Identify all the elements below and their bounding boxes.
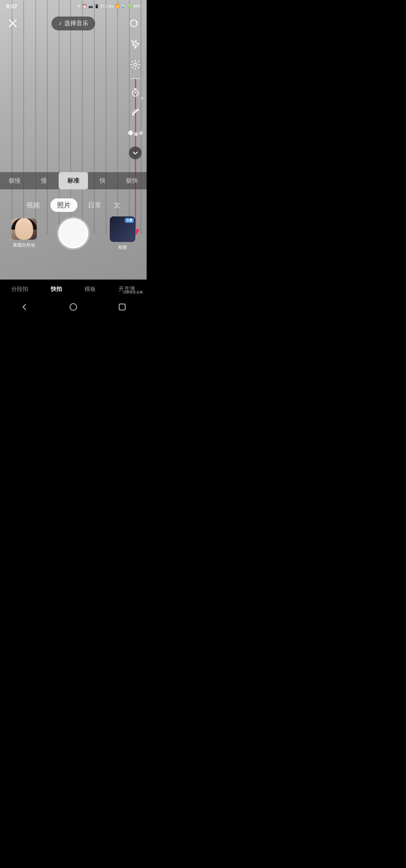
nav-segment-shoot[interactable]: 分段拍 [8,283,31,295]
magic-button[interactable] [129,106,142,119]
nav-template[interactable]: 模板 [82,283,99,295]
right-sidebar: 3 [129,38,142,159]
sidebar-divider [130,78,141,79]
speed-selector: 极慢 慢 标准 快 极快 [0,172,147,189]
back-button[interactable] [13,300,36,316]
signal-icon: 📡 [121,4,126,8]
music-select-button[interactable]: ♪ 选择音乐 [52,17,95,30]
music-label: 选择音乐 [64,20,88,27]
settings-button[interactable] [129,58,142,71]
beauty-dots [128,130,143,136]
eye-icon: 👁 [77,4,81,8]
speed-very-fast[interactable]: 极快 [117,172,147,189]
top-bar: ♪ 选择音乐 [0,12,147,35]
nav-quick-shoot[interactable]: 快拍 [48,283,65,295]
timer-button[interactable]: 3 [129,86,142,99]
wifi-icon: 📶 [115,4,120,8]
camera-icon: 📷 [88,4,93,8]
album-image: 主播 [110,216,135,242]
filter-thumbnail[interactable]: 素颜自然妆 [11,218,37,248]
mode-video[interactable]: 视频 [25,198,41,212]
vibrate-icon: 📳 [94,4,99,8]
shutter-button[interactable] [58,218,88,248]
speed-text: 87.1 k/s [100,4,114,8]
speed-slow[interactable]: 慢 [29,172,59,189]
home-button[interactable] [62,300,85,316]
album-thumbnail[interactable]: 主播 相册 [110,216,135,251]
flip-camera-button[interactable] [127,17,141,30]
recents-button[interactable] [111,300,134,316]
speed-fast[interactable]: 快 [88,172,117,189]
mode-daily[interactable]: 日常 [86,198,103,212]
filter-image [11,218,37,240]
timer-badge: 3 [141,96,143,100]
mode-selector: 视频 照片 日常 文 [0,198,147,212]
music-icon: ♪ [58,20,61,27]
bottom-controls: 素颜自然妆 主播 相册 [0,213,147,254]
mode-text[interactable]: 文 [112,198,122,212]
svg-rect-8 [119,304,125,310]
flash-button[interactable] [129,38,142,51]
filter-label: 素颜自然妆 [13,242,35,248]
watermark: 贝斯特安卓网 [120,289,145,296]
status-bar: 9:37 👁 ⏰ 📷 📳 87.1 k/s 📶 📡 🔋 48% [0,0,147,12]
battery-icon: 🔋 [127,4,132,8]
speed-normal[interactable]: 标准 [59,172,88,189]
mode-photo[interactable]: 照片 [50,198,77,212]
status-icons: 👁 ⏰ 📷 📳 87.1 k/s 📶 📡 🔋 48% [77,4,141,8]
battery-text: 48% [133,4,141,8]
album-label: 相册 [118,244,127,251]
svg-point-5 [134,63,137,66]
beauty-button[interactable] [129,126,142,140]
album-badge: 主播 [125,218,134,223]
svg-marker-2 [135,21,137,24]
speed-very-slow[interactable]: 极慢 [0,172,29,189]
system-nav-bar [0,298,147,317]
status-time: 9:37 [6,3,17,9]
close-button[interactable] [6,17,20,30]
alarm-icon: ⏰ [82,4,87,8]
svg-point-7 [70,304,77,310]
camera-viewfinder [0,0,147,317]
watermark-text: 贝斯特安卓网 [120,289,145,296]
expand-button[interactable] [129,147,142,159]
